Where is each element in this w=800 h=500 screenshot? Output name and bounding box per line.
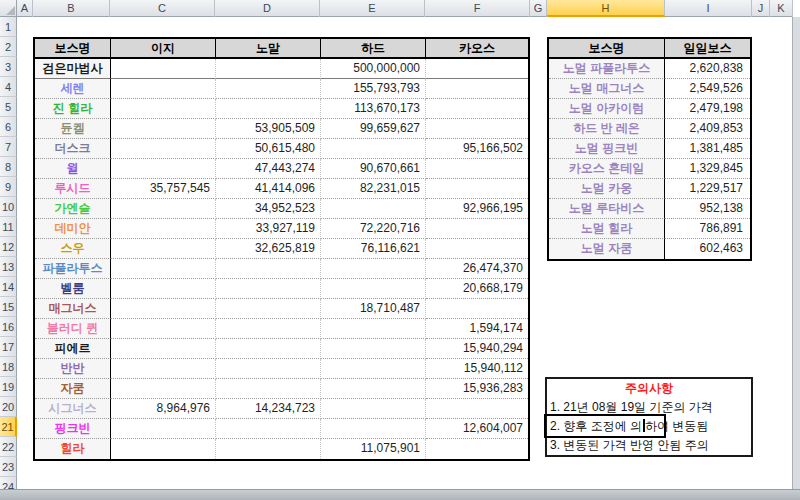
price-cell-chaos[interactable]: 26,474,370 — [426, 259, 528, 279]
column-header-F[interactable]: F — [425, 0, 530, 17]
price-cell-easy[interactable] — [111, 359, 216, 379]
price-cell-hard[interactable]: 11,075,901 — [321, 439, 426, 459]
price-cell-hard[interactable] — [321, 279, 426, 299]
column-header-I[interactable]: I — [665, 0, 752, 17]
price-cell-easy[interactable] — [111, 119, 216, 139]
row-header-5[interactable]: 5 — [0, 97, 17, 117]
boss-name-cell[interactable]: 듄켈 — [35, 119, 111, 139]
price-cell-hard[interactable] — [321, 319, 426, 339]
daily-boss-value-cell[interactable]: 602,463 — [665, 239, 750, 259]
row-header-23[interactable]: 23 — [0, 457, 17, 477]
daily-table-header-daily[interactable]: 일일보스 — [665, 39, 750, 59]
price-cell-hard[interactable]: 155,793,793 — [321, 79, 426, 99]
price-cell-hard[interactable]: 99,659,627 — [321, 119, 426, 139]
column-header-A[interactable]: A — [17, 0, 33, 17]
price-cell-hard[interactable]: 113,670,173 — [321, 99, 426, 119]
column-header-H[interactable]: H — [547, 0, 665, 17]
daily-boss-name-cell[interactable]: 노멀 핑크빈 — [549, 139, 665, 159]
price-cell-normal[interactable] — [216, 319, 321, 339]
price-cell-easy[interactable] — [111, 419, 216, 439]
boss-name-cell[interactable]: 벨룸 — [35, 279, 111, 299]
price-cell-chaos[interactable] — [426, 219, 528, 239]
price-cell-easy[interactable] — [111, 139, 216, 159]
price-cell-easy[interactable] — [111, 99, 216, 119]
boss-name-cell[interactable]: 자쿰 — [35, 379, 111, 399]
row-header-11[interactable]: 11 — [0, 217, 17, 237]
left-table-header-chaos[interactable]: 카오스 — [426, 39, 528, 59]
price-cell-hard[interactable] — [321, 199, 426, 219]
price-cell-chaos[interactable] — [426, 99, 528, 119]
price-cell-hard[interactable]: 90,670,661 — [321, 159, 426, 179]
price-cell-hard[interactable]: 18,710,487 — [321, 299, 426, 319]
boss-name-cell[interactable]: 데미안 — [35, 219, 111, 239]
row-header-6[interactable]: 6 — [0, 117, 17, 137]
price-cell-normal[interactable]: 34,952,523 — [216, 199, 321, 219]
boss-name-cell[interactable]: 핑크빈 — [35, 419, 111, 439]
price-cell-hard[interactable]: 82,231,015 — [321, 179, 426, 199]
price-cell-easy[interactable] — [111, 379, 216, 399]
daily-boss-value-cell[interactable]: 1,329,845 — [665, 159, 750, 179]
row-header-18[interactable]: 18 — [0, 357, 17, 377]
row-header-4[interactable]: 4 — [0, 77, 17, 97]
price-cell-easy[interactable] — [111, 259, 216, 279]
price-cell-normal[interactable]: 53,905,509 — [216, 119, 321, 139]
price-cell-chaos[interactable] — [426, 119, 528, 139]
vertical-scrollbar[interactable] — [792, 17, 800, 490]
price-cell-hard[interactable]: 500,000,000 — [321, 59, 426, 79]
price-cell-chaos[interactable]: 15,940,294 — [426, 339, 528, 359]
column-header-D[interactable]: D — [215, 0, 320, 17]
price-cell-chaos[interactable] — [426, 59, 528, 79]
price-cell-hard[interactable] — [321, 379, 426, 399]
daily-boss-value-cell[interactable]: 952,138 — [665, 199, 750, 219]
price-cell-normal[interactable] — [216, 99, 321, 119]
price-cell-normal[interactable] — [216, 259, 321, 279]
left-table-header-normal[interactable]: 노말 — [216, 39, 321, 59]
boss-name-cell[interactable]: 피에르 — [35, 339, 111, 359]
column-header-G[interactable]: G — [530, 0, 547, 17]
price-cell-easy[interactable] — [111, 339, 216, 359]
row-header-14[interactable]: 14 — [0, 277, 17, 297]
notes-title[interactable]: 주의사항 — [547, 379, 751, 398]
daily-boss-value-cell[interactable]: 1,229,517 — [665, 179, 750, 199]
row-header-20[interactable]: 20 — [0, 397, 17, 417]
price-cell-normal[interactable] — [216, 79, 321, 99]
price-cell-easy[interactable] — [111, 159, 216, 179]
boss-name-cell[interactable]: 윌 — [35, 159, 111, 179]
daily-boss-name-cell[interactable]: 노멀 아카이럼 — [549, 99, 665, 119]
price-cell-chaos[interactable] — [426, 399, 528, 419]
row-header-1[interactable]: 1 — [0, 17, 17, 37]
row-header-7[interactable]: 7 — [0, 137, 17, 157]
notes-line-1[interactable]: 1. 21년 08월 19일 기준의 가격 — [547, 398, 751, 417]
boss-name-cell[interactable]: 스우 — [35, 239, 111, 259]
price-cell-normal[interactable]: 32,625,819 — [216, 239, 321, 259]
price-cell-normal[interactable] — [216, 339, 321, 359]
row-header-15[interactable]: 15 — [0, 297, 17, 317]
boss-name-cell[interactable]: 반반 — [35, 359, 111, 379]
price-cell-normal[interactable]: 41,414,096 — [216, 179, 321, 199]
boss-name-cell[interactable]: 진 힐라 — [35, 99, 111, 119]
price-cell-normal[interactable] — [216, 359, 321, 379]
daily-boss-value-cell[interactable]: 2,620,838 — [665, 59, 750, 79]
row-header-9[interactable]: 9 — [0, 177, 17, 197]
price-cell-easy[interactable] — [111, 439, 216, 459]
boss-name-cell[interactable]: 블러디 퀸 — [35, 319, 111, 339]
price-cell-hard[interactable] — [321, 139, 426, 159]
boss-name-cell[interactable]: 루시드 — [35, 179, 111, 199]
price-cell-chaos[interactable]: 92,966,195 — [426, 199, 528, 219]
row-header-17[interactable]: 17 — [0, 337, 17, 357]
price-cell-hard[interactable] — [321, 399, 426, 419]
daily-boss-value-cell[interactable]: 1,381,485 — [665, 139, 750, 159]
boss-name-cell[interactable]: 매그너스 — [35, 299, 111, 319]
price-cell-chaos[interactable] — [426, 299, 528, 319]
price-cell-easy[interactable] — [111, 319, 216, 339]
price-cell-chaos[interactable] — [426, 159, 528, 179]
row-header-10[interactable]: 10 — [0, 197, 17, 217]
daily-boss-value-cell[interactable]: 2,549,526 — [665, 79, 750, 99]
price-cell-easy[interactable] — [111, 299, 216, 319]
price-cell-hard[interactable] — [321, 259, 426, 279]
price-cell-normal[interactable] — [216, 279, 321, 299]
row-header-16[interactable]: 16 — [0, 317, 17, 337]
horizontal-scrollbar-area[interactable] — [0, 489, 800, 500]
column-header-B[interactable]: B — [33, 0, 110, 17]
row-header-19[interactable]: 19 — [0, 377, 17, 397]
